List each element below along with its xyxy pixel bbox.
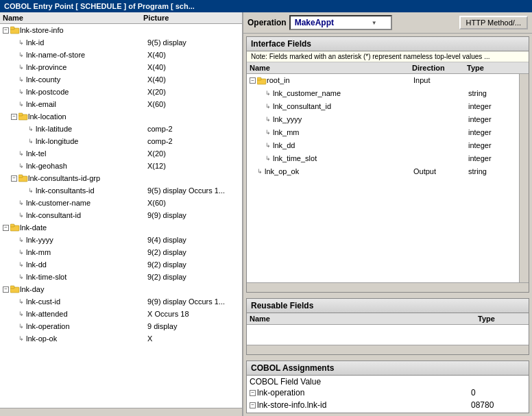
tree-item-lnk-operation[interactable]: ↳lnk-operation9 display [0, 320, 242, 332]
tree-item-lnk-county[interactable]: ↳lnk-countyX(40) [0, 73, 242, 86]
tree-item-lnk-time-slot[interactable]: ↳lnk-time-slot9(2) display [0, 271, 242, 283]
left-horizontal-scrollbar[interactable] [0, 408, 242, 416]
tree-item-lnk-attended[interactable]: ↳lnk-attendedX Occurs 18 [0, 308, 242, 320]
leaf-arrow-icon: ↳ [265, 127, 271, 138]
leaf-arrow-icon: ↳ [19, 74, 24, 85]
field-direction: Input [413, 75, 468, 86]
tree-item-lnk-consultant-id[interactable]: ↳lnk-consultant-id9(9) display [0, 209, 242, 221]
leaf-arrow-icon: ↳ [19, 99, 24, 110]
if-col-type: Type [467, 64, 515, 72]
tree-item-picture: X(40) [145, 62, 241, 73]
field-row-lnk_consultant_id[interactable]: ↳lnk_consultant_idinteger [247, 100, 519, 113]
field-row-lnk_time_slot[interactable]: ↳lnk_time_slotinteger [247, 152, 519, 165]
reusable-fields-content [247, 325, 529, 345]
leaf-arrow-icon: ↳ [19, 259, 24, 270]
rf-horizontal-scrollbar[interactable] [247, 345, 529, 354]
cobol-field-name: lnk-store-info.lnk-id [257, 400, 471, 411]
leaf-arrow-icon: ↳ [19, 321, 24, 332]
svg-rect-11 [257, 77, 261, 80]
tree-item-lnk-yyyy[interactable]: ↳lnk-yyyy9(4) display [0, 234, 242, 246]
tree-item-lnk-longitude[interactable]: ↳lnk-longitudecomp-2 [0, 135, 242, 147]
tree-item-picture: X(60) [145, 99, 241, 110]
leaf-arrow-icon: ↳ [19, 160, 24, 171]
leaf-arrow-icon: ↳ [265, 153, 271, 164]
field-row-lnk_op_ok[interactable]: ↳lnk_op_okOutputstring [247, 165, 519, 178]
field-direction: Output [413, 166, 468, 178]
tree-item-lnk-id[interactable]: ↳lnk-id9(5) display [0, 36, 242, 49]
reusable-fields-body: Name Type [247, 313, 529, 354]
cobol-assignment-row[interactable]: −lnk-store-info.lnk-id08780 [250, 399, 526, 411]
tree-item-picture: X(12) [145, 160, 241, 171]
tree-item-name: lnk-id [26, 37, 145, 48]
field-row-lnk_mm[interactable]: ↳lnk_mminteger [247, 126, 519, 139]
tree-item-lnk-province[interactable]: ↳lnk-provinceX(40) [0, 61, 242, 73]
tree-item-lnk-day[interactable]: −lnk-day [0, 283, 242, 295]
collapse-icon[interactable]: − [3, 225, 9, 231]
tree-item-picture: 9(5) display Occurs 1... [145, 185, 241, 196]
tree-item-lnk-email[interactable]: ↳lnk-emailX(60) [0, 98, 242, 110]
tree-item-picture: 9(2) display [145, 247, 241, 258]
tree-item-name: lnk-longitude [36, 136, 145, 147]
leaf-arrow-icon: ↳ [265, 140, 271, 151]
tree-item-name: lnk-postcode [26, 86, 145, 97]
tree-item-name: lnk-dd [26, 259, 145, 270]
col-name-header: Name [3, 14, 143, 22]
collapse-icon[interactable]: − [11, 175, 17, 182]
leaf-arrow-icon: ↳ [28, 136, 34, 147]
field-name: lnk_customer_name [273, 88, 413, 99]
title-text: COBOL Entry Point [ SCHEDULE ] of Progra… [4, 2, 195, 10]
field-type: integer [468, 140, 516, 151]
leaf-arrow-icon: ↳ [19, 37, 24, 48]
tree-item-picture: X(20) [145, 86, 241, 97]
field-row-lnk_customer_name[interactable]: ↳lnk_customer_namestring [247, 87, 519, 100]
leaf-arrow-icon: ↳ [265, 114, 271, 125]
ca-col-value: Value [300, 377, 321, 387]
tree-item-lnk-dd[interactable]: ↳lnk-dd9(2) display [0, 258, 242, 271]
tree-item-picture: 9(9) display [145, 210, 241, 221]
tree-item-lnk-geohash[interactable]: ↳lnk-geohashX(12) [0, 160, 242, 172]
collapse-icon[interactable]: − [11, 114, 17, 120]
leaf-arrow-icon: ↳ [265, 101, 271, 112]
tree-item-lnk-location[interactable]: −lnk-location [0, 110, 242, 123]
if-vertical-scrollbar[interactable] [519, 74, 529, 282]
tree-item-lnk-postcode[interactable]: ↳lnk-postcodeX(20) [0, 86, 242, 98]
tree-item-lnk-customer-name[interactable]: ↳lnk-customer-nameX(60) [0, 197, 242, 209]
if-horizontal-scrollbar[interactable] [247, 282, 529, 292]
rf-col-name: Name [250, 315, 478, 323]
folder-icon [10, 285, 20, 293]
tree-item-lnk-consultants-id[interactable]: ↳lnk-consultants-id9(5) display Occurs 1… [0, 184, 242, 197]
collapse-icon[interactable]: − [250, 390, 256, 396]
leaf-arrow-icon: ↳ [19, 210, 24, 221]
tree-item-name: lnk-cust-id [26, 296, 145, 307]
folder-icon [19, 174, 28, 182]
collapse-icon[interactable]: − [3, 286, 9, 293]
field-row-lnk_dd[interactable]: ↳lnk_ddinteger [247, 139, 519, 152]
tree-item-lnk-consultants-id-grp[interactable]: −lnk-consultants-id-grp [0, 172, 242, 184]
folder-icon [257, 77, 267, 85]
tree-item-lnk-latitude[interactable]: ↳lnk-latitudecomp-2 [0, 123, 242, 135]
tree-item-lnk-name-of-store[interactable]: ↳lnk-name-of-storeX(40) [0, 49, 242, 61]
http-method-button[interactable]: HTTP Method/... [459, 16, 529, 29]
tree-item-lnk-cust-id[interactable]: ↳lnk-cust-id9(9) display Occurs 1... [0, 295, 242, 308]
cobol-assignment-row[interactable]: −lnk-operation0 [250, 387, 526, 399]
tree-item-lnk-mm[interactable]: ↳lnk-mm9(2) display [0, 246, 242, 258]
tree-item-lnk-date[interactable]: −lnk-date [0, 221, 242, 234]
left-panel-header: Name Picture [0, 12, 242, 24]
interface-fields-columns: Name Direction Type [247, 62, 529, 74]
if-col-scroll-spacer [515, 64, 526, 72]
tree-item-lnk-tel[interactable]: ↳lnk-telX(20) [0, 147, 242, 160]
interface-fields-list[interactable]: −root_inInput↳lnk_customer_namestring↳ln… [247, 74, 519, 282]
svg-rect-9 [10, 286, 14, 289]
field-row-lnk_yyyy[interactable]: ↳lnk_yyyyinteger [247, 113, 519, 126]
tree-container[interactable]: −lnk-store-info↳lnk-id9(5) display↳lnk-n… [0, 24, 242, 408]
tree-item-lnk-store-info[interactable]: −lnk-store-info [0, 24, 242, 36]
field-row-root_in[interactable]: −root_inInput [247, 74, 519, 87]
collapse-icon[interactable]: − [250, 402, 256, 408]
tree-item-lnk-op-ok[interactable]: ↳lnk-op-okX [0, 332, 242, 345]
operation-dropdown[interactable]: MakeAppt ▼ [289, 15, 392, 30]
tree-item-name: lnk-county [26, 74, 145, 85]
tree-item-name: lnk-location [28, 111, 145, 122]
collapse-icon[interactable]: − [3, 27, 9, 34]
collapse-icon[interactable]: − [250, 77, 256, 84]
col-picture-header: Picture [143, 14, 239, 22]
